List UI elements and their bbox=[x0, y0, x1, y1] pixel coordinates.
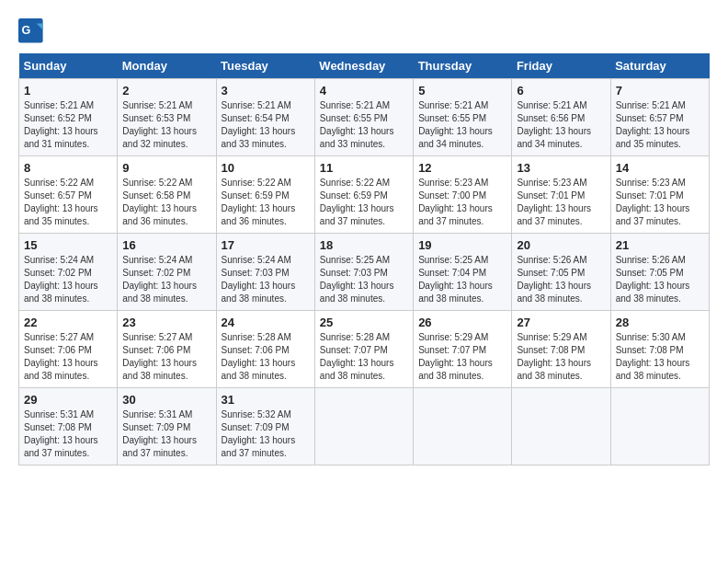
calendar-cell bbox=[512, 388, 610, 465]
day-number: 19 bbox=[418, 238, 506, 252]
calendar-cell bbox=[610, 388, 709, 465]
calendar-cell: 11Sunrise: 5:22 AM Sunset: 6:59 PM Dayli… bbox=[314, 156, 413, 234]
weekday-header-row: SundayMondayTuesdayWednesdayThursdayFrid… bbox=[19, 53, 710, 79]
day-number: 25 bbox=[320, 316, 408, 329]
day-number: 1 bbox=[24, 84, 112, 98]
calendar-cell: 22Sunrise: 5:27 AM Sunset: 7:06 PM Dayli… bbox=[19, 311, 118, 388]
day-number: 2 bbox=[122, 84, 210, 98]
day-number: 27 bbox=[517, 316, 605, 329]
day-info: Sunrise: 5:27 AM Sunset: 7:06 PM Dayligh… bbox=[24, 331, 112, 383]
day-number: 3 bbox=[222, 84, 310, 98]
day-number: 5 bbox=[418, 84, 506, 98]
weekday-header-monday: Monday bbox=[118, 53, 216, 79]
day-number: 18 bbox=[320, 238, 408, 252]
calendar-table: SundayMondayTuesdayWednesdayThursdayFrid… bbox=[18, 53, 710, 465]
day-info: Sunrise: 5:28 AM Sunset: 7:06 PM Dayligh… bbox=[222, 331, 310, 383]
day-info: Sunrise: 5:21 AM Sunset: 6:56 PM Dayligh… bbox=[517, 99, 605, 151]
calendar-cell: 6Sunrise: 5:21 AM Sunset: 6:56 PM Daylig… bbox=[512, 79, 610, 156]
week-row-4: 22Sunrise: 5:27 AM Sunset: 7:06 PM Dayli… bbox=[19, 311, 710, 388]
calendar-cell: 3Sunrise: 5:21 AM Sunset: 6:54 PM Daylig… bbox=[216, 79, 314, 156]
calendar-cell: 13Sunrise: 5:23 AM Sunset: 7:01 PM Dayli… bbox=[512, 156, 610, 234]
weekday-header-thursday: Thursday bbox=[414, 53, 512, 79]
day-info: Sunrise: 5:24 AM Sunset: 7:02 PM Dayligh… bbox=[122, 254, 210, 305]
day-number: 23 bbox=[122, 316, 210, 329]
day-number: 9 bbox=[122, 161, 210, 175]
day-number: 22 bbox=[24, 316, 112, 329]
calendar-cell: 20Sunrise: 5:26 AM Sunset: 7:05 PM Dayli… bbox=[512, 234, 610, 311]
calendar-cell: 10Sunrise: 5:22 AM Sunset: 6:59 PM Dayli… bbox=[216, 156, 314, 234]
weekday-header-tuesday: Tuesday bbox=[216, 53, 314, 79]
day-info: Sunrise: 5:25 AM Sunset: 7:03 PM Dayligh… bbox=[320, 254, 408, 305]
day-number: 16 bbox=[122, 238, 210, 252]
day-info: Sunrise: 5:22 AM Sunset: 6:59 PM Dayligh… bbox=[222, 177, 310, 228]
day-info: Sunrise: 5:28 AM Sunset: 7:07 PM Dayligh… bbox=[320, 331, 408, 383]
day-info: Sunrise: 5:31 AM Sunset: 7:09 PM Dayligh… bbox=[122, 408, 210, 460]
day-info: Sunrise: 5:32 AM Sunset: 7:09 PM Dayligh… bbox=[222, 408, 310, 460]
day-number: 10 bbox=[222, 161, 310, 175]
day-number: 31 bbox=[222, 393, 310, 407]
day-number: 17 bbox=[222, 238, 310, 252]
week-row-5: 29Sunrise: 5:31 AM Sunset: 7:08 PM Dayli… bbox=[19, 388, 710, 465]
calendar-cell: 1Sunrise: 5:21 AM Sunset: 6:52 PM Daylig… bbox=[19, 79, 118, 156]
logo-icon: G bbox=[18, 18, 44, 44]
week-row-2: 8Sunrise: 5:22 AM Sunset: 6:57 PM Daylig… bbox=[19, 156, 710, 234]
day-info: Sunrise: 5:21 AM Sunset: 6:55 PM Dayligh… bbox=[418, 99, 506, 151]
day-info: Sunrise: 5:30 AM Sunset: 7:08 PM Dayligh… bbox=[616, 331, 704, 383]
day-info: Sunrise: 5:31 AM Sunset: 7:08 PM Dayligh… bbox=[24, 408, 112, 460]
day-info: Sunrise: 5:23 AM Sunset: 7:01 PM Dayligh… bbox=[616, 177, 704, 228]
day-number: 24 bbox=[222, 316, 310, 329]
calendar-cell: 31Sunrise: 5:32 AM Sunset: 7:09 PM Dayli… bbox=[216, 388, 314, 465]
day-number: 13 bbox=[517, 161, 605, 175]
calendar-cell bbox=[414, 388, 512, 465]
day-info: Sunrise: 5:21 AM Sunset: 6:57 PM Dayligh… bbox=[616, 99, 704, 151]
calendar-cell: 26Sunrise: 5:29 AM Sunset: 7:07 PM Dayli… bbox=[414, 311, 512, 388]
calendar-cell: 24Sunrise: 5:28 AM Sunset: 7:06 PM Dayli… bbox=[216, 311, 314, 388]
calendar-cell: 16Sunrise: 5:24 AM Sunset: 7:02 PM Dayli… bbox=[118, 234, 216, 311]
svg-text:G: G bbox=[22, 24, 31, 37]
logo: G bbox=[18, 18, 46, 44]
calendar-cell: 4Sunrise: 5:21 AM Sunset: 6:55 PM Daylig… bbox=[314, 79, 413, 156]
calendar-cell: 21Sunrise: 5:26 AM Sunset: 7:05 PM Dayli… bbox=[610, 234, 709, 311]
week-row-1: 1Sunrise: 5:21 AM Sunset: 6:52 PM Daylig… bbox=[19, 79, 710, 156]
day-number: 8 bbox=[24, 161, 112, 175]
day-number: 29 bbox=[24, 393, 112, 407]
page-header: G bbox=[18, 18, 710, 44]
day-info: Sunrise: 5:25 AM Sunset: 7:04 PM Dayligh… bbox=[418, 254, 506, 305]
day-number: 15 bbox=[24, 238, 112, 252]
day-info: Sunrise: 5:23 AM Sunset: 7:01 PM Dayligh… bbox=[517, 177, 605, 228]
day-info: Sunrise: 5:22 AM Sunset: 6:59 PM Dayligh… bbox=[320, 177, 408, 228]
day-number: 30 bbox=[122, 393, 210, 407]
day-info: Sunrise: 5:29 AM Sunset: 7:07 PM Dayligh… bbox=[418, 331, 506, 383]
weekday-header-sunday: Sunday bbox=[19, 53, 118, 79]
day-info: Sunrise: 5:29 AM Sunset: 7:08 PM Dayligh… bbox=[517, 331, 605, 383]
calendar-cell: 5Sunrise: 5:21 AM Sunset: 6:55 PM Daylig… bbox=[414, 79, 512, 156]
day-number: 14 bbox=[616, 161, 704, 175]
calendar-cell: 18Sunrise: 5:25 AM Sunset: 7:03 PM Dayli… bbox=[314, 234, 413, 311]
day-number: 26 bbox=[418, 316, 506, 329]
weekday-header-wednesday: Wednesday bbox=[314, 53, 413, 79]
calendar-cell: 28Sunrise: 5:30 AM Sunset: 7:08 PM Dayli… bbox=[610, 311, 709, 388]
day-number: 6 bbox=[517, 84, 605, 98]
day-number: 12 bbox=[418, 161, 506, 175]
day-number: 28 bbox=[616, 316, 704, 329]
calendar-cell: 14Sunrise: 5:23 AM Sunset: 7:01 PM Dayli… bbox=[610, 156, 709, 234]
day-number: 11 bbox=[320, 161, 408, 175]
day-info: Sunrise: 5:24 AM Sunset: 7:03 PM Dayligh… bbox=[222, 254, 310, 305]
day-info: Sunrise: 5:26 AM Sunset: 7:05 PM Dayligh… bbox=[616, 254, 704, 305]
calendar-cell: 12Sunrise: 5:23 AM Sunset: 7:00 PM Dayli… bbox=[414, 156, 512, 234]
day-info: Sunrise: 5:23 AM Sunset: 7:00 PM Dayligh… bbox=[418, 177, 506, 228]
day-info: Sunrise: 5:21 AM Sunset: 6:55 PM Dayligh… bbox=[320, 99, 408, 151]
day-info: Sunrise: 5:21 AM Sunset: 6:53 PM Dayligh… bbox=[122, 99, 210, 151]
day-number: 4 bbox=[320, 84, 408, 98]
calendar-cell bbox=[314, 388, 413, 465]
day-number: 21 bbox=[616, 238, 704, 252]
day-info: Sunrise: 5:27 AM Sunset: 7:06 PM Dayligh… bbox=[122, 331, 210, 383]
day-number: 7 bbox=[616, 84, 704, 98]
calendar-cell: 23Sunrise: 5:27 AM Sunset: 7:06 PM Dayli… bbox=[118, 311, 216, 388]
calendar-cell: 2Sunrise: 5:21 AM Sunset: 6:53 PM Daylig… bbox=[118, 79, 216, 156]
calendar-cell: 30Sunrise: 5:31 AM Sunset: 7:09 PM Dayli… bbox=[118, 388, 216, 465]
calendar-cell: 27Sunrise: 5:29 AM Sunset: 7:08 PM Dayli… bbox=[512, 311, 610, 388]
day-number: 20 bbox=[517, 238, 605, 252]
calendar-cell: 17Sunrise: 5:24 AM Sunset: 7:03 PM Dayli… bbox=[216, 234, 314, 311]
weekday-header-friday: Friday bbox=[512, 53, 610, 79]
